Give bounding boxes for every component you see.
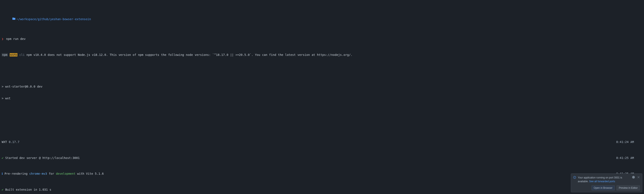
blank-line: [2, 112, 642, 116]
prerender-suffix: with Vite 5.1.6: [76, 172, 104, 175]
info-icon: ℹ: [2, 172, 3, 175]
cli-word: cli: [19, 53, 24, 56]
command-text: npm run dev: [6, 37, 26, 40]
gear-icon[interactable]: [632, 176, 635, 179]
port-notification: Your application running on port 3001 is…: [571, 174, 642, 192]
npm-tag: npm: [2, 53, 8, 56]
timestamp: 8:41:24 AM: [616, 140, 642, 144]
close-icon[interactable]: [637, 176, 640, 179]
check-icon: ✔: [2, 188, 3, 191]
prerender-line: ℹ Pre-rendering chrome-mv3 for developme…: [2, 172, 642, 176]
prerender-mid: for: [47, 172, 56, 175]
cwd-line: ~/workspace/github/yeshan-bowser-extenso…: [2, 13, 642, 25]
npm-warn-line: npm WARN cli npm v10.4.0 does not suppor…: [2, 53, 642, 57]
info-icon: [573, 176, 576, 180]
started-line: ✔ Started dev server @ http://localhost:…: [2, 156, 642, 160]
script-line: > wxt: [2, 96, 642, 100]
built-text: Built extension in 1.031 s: [5, 188, 51, 191]
check-icon: ✔: [2, 156, 3, 160]
prompt-caret: ❯: [2, 37, 3, 40]
wxt-version-line: WXT 0.17.7 8:41:24 AM: [2, 140, 642, 144]
folder-icon: [2, 13, 15, 25]
blank-line: [2, 124, 642, 128]
open-in-browser-button[interactable]: Open in Browser: [592, 186, 615, 191]
preview-in-editor-button[interactable]: Preview in Editor: [616, 186, 640, 191]
built-line: ✔ Built extension in 1.031 s 8:41:26 AM: [2, 188, 642, 192]
cwd-path: ~/workspace/github/yeshan-bowser-extenso…: [16, 17, 91, 21]
notification-text: Your application running on port 3001 is…: [578, 176, 630, 183]
prerender-prefix: Pre-rendering: [4, 172, 29, 175]
wxt-label: WXT: [2, 140, 7, 144]
warn-tag: WARN: [10, 53, 18, 56]
prompt-line: ❯ npm run dev: [2, 37, 642, 41]
warn-message: npm v10.4.0 does not support Node.js v18…: [26, 53, 352, 56]
timestamp: 8:41:25 AM: [616, 156, 642, 160]
script-line: > wxt-starter@0.0.0 dev: [2, 85, 642, 89]
prerender-mode: development: [56, 172, 76, 175]
svg-point-2: [574, 177, 575, 177]
terminal-output: ~/workspace/github/yeshan-bowser-extenso…: [0, 0, 644, 194]
started-text: Started dev server @ http://localhost:30…: [5, 156, 80, 160]
wxt-version: 0.17.7: [9, 140, 20, 144]
forwarded-ports-link[interactable]: See all forwarded ports: [589, 180, 615, 183]
prerender-target: chrome-mv3: [29, 172, 47, 175]
blank-line: [2, 69, 642, 73]
